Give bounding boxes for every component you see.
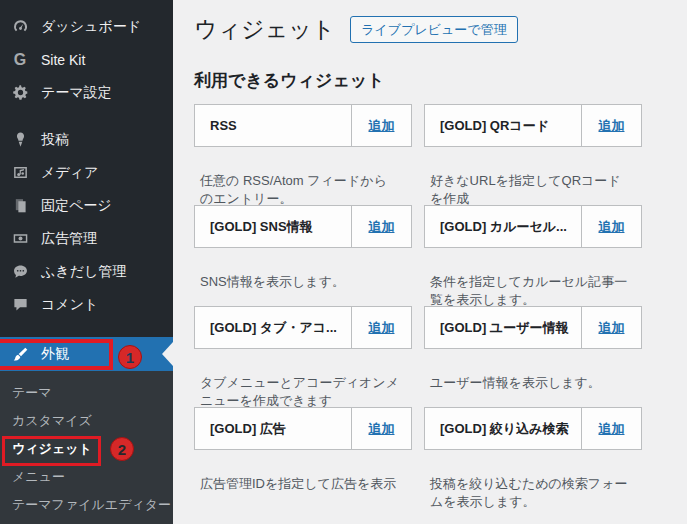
sidebar-item-label: 広告管理 [41,230,97,248]
widget-description: 広告管理IDを指定して広告を表示 [194,463,412,493]
widget-header[interactable]: [GOLD] 広告 追加 [194,407,412,450]
widget-title: [GOLD] 広告 [195,408,351,449]
widget-title: [GOLD] タブ・アコ... [195,307,351,348]
widget-add-cell: 追加 [581,105,641,146]
sidebar-item-dashboard[interactable]: ダッシュボード [0,10,173,43]
media-icon [10,163,30,183]
sidebar-item-label: ふきだし管理 [41,263,126,281]
add-widget-link[interactable]: 追加 [599,218,625,236]
submenu-item-customize[interactable]: カスタマイズ [0,407,173,435]
sidebar-item-pages[interactable]: 固定ページ [0,189,173,222]
sidebar-item-label: ダッシュボード [41,18,141,36]
sidebar-item-appearance[interactable]: 外観 [0,337,173,371]
widget-title: [GOLD] SNS情報 [195,206,351,247]
widget-add-cell: 追加 [581,307,641,348]
widget-card-qr-code: [GOLD] QRコード 追加 好きなURLを指定してQRコードを作成 [424,104,642,205]
widget-description: 投稿を絞り込むための検索フォームを表示します。 [424,463,642,511]
add-widget-link[interactable]: 追加 [369,319,395,337]
sidebar-item-label: テーマ設定 [41,84,112,102]
page-title: ウィジェット [194,15,335,44]
main-content: ウィジェット ライブプレビューで管理 利用できるウィジェット RSS 追加 任意… [173,0,687,524]
add-widget-link[interactable]: 追加 [599,319,625,337]
widget-add-cell: 追加 [581,408,641,449]
sidebar-item-ad-management[interactable]: 広告管理 [0,222,173,255]
sidebar-item-label: コメント [41,296,98,314]
sidebar-item-theme-settings[interactable]: テーマ設定 [0,76,173,109]
sidebar-item-label: 外観 [41,345,69,363]
widget-title: [GOLD] QRコード [425,105,581,146]
widget-header[interactable]: [GOLD] SNS情報 追加 [194,205,412,248]
add-widget-link[interactable]: 追加 [369,117,395,135]
widget-add-cell: 追加 [351,307,411,348]
widget-description: 条件を指定してカルーセル記事一覧を表示します。 [424,261,642,309]
submenu-item-widgets[interactable]: ウィジェット [0,435,173,463]
sidebar-item-comments[interactable]: コメント [0,288,173,321]
paintbrush-icon [10,344,30,364]
widget-card-filtered-search: [GOLD] 絞り込み検索 追加 投稿を絞り込むための検索フォームを表示します。 [424,407,642,508]
submenu-item-themes[interactable]: テーマ [0,379,173,407]
widget-description: タブメニューとアコーディオンメニューを作成できます [194,362,412,410]
submenu-item-label: カスタマイズ [12,412,92,430]
live-preview-button[interactable]: ライブプレビューで管理 [350,16,517,43]
widget-card-carousel: [GOLD] カルーセル... 追加 条件を指定してカルーセル記事一覧を表示しま… [424,205,642,306]
widget-title: RSS [195,105,351,146]
widget-description: SNS情報を表示します。 [194,261,412,291]
add-widget-link[interactable]: 追加 [369,420,395,438]
submenu-item-label: テーマファイルエディター [12,496,171,514]
submenu-item-theme-file-editor[interactable]: テーマファイルエディター [0,491,173,519]
widget-card-user-info: [GOLD] ユーザー情報 追加 ユーザー情報を表示します。 [424,306,642,407]
add-widget-link[interactable]: 追加 [369,218,395,236]
widget-description: 好きなURLを指定してQRコードを作成 [424,160,642,208]
pushpin-icon [10,130,30,150]
dashboard-icon [10,17,30,37]
sidebar-item-site-kit[interactable]: G Site Kit [0,43,173,76]
submenu-item-label: ウィジェット [12,440,92,458]
widget-header[interactable]: [GOLD] カルーセル... 追加 [424,205,642,248]
widget-header[interactable]: RSS 追加 [194,104,412,147]
submenu-item-label: メニュー [12,468,65,486]
add-widget-link[interactable]: 追加 [599,420,625,438]
comment-icon [10,295,30,315]
submenu-item-menus[interactable]: メニュー [0,463,173,491]
widget-add-cell: 追加 [351,206,411,247]
sidebar-item-speech-bubble[interactable]: ふきだし管理 [0,255,173,288]
widget-title: [GOLD] ユーザー情報 [425,307,581,348]
widget-description: 任意の RSS/Atom フィードからのエントリー。 [194,160,412,208]
ad-screen-icon [10,229,30,249]
widget-card-tab-accordion: [GOLD] タブ・アコ... 追加 タブメニューとアコーディオンメニューを作成… [194,306,412,407]
widget-card-sns-info: [GOLD] SNS情報 追加 SNS情報を表示します。 [194,205,412,306]
widget-card-ad: [GOLD] 広告 追加 広告管理IDを指定して広告を表示 [194,407,412,508]
speech-bubble-dots-icon [10,262,30,282]
site-kit-icon: G [10,50,30,70]
widget-add-cell: 追加 [351,105,411,146]
sidebar-item-label: メディア [41,164,98,182]
sidebar-item-label: Site Kit [41,52,85,68]
widget-card-rss: RSS 追加 任意の RSS/Atom フィードからのエントリー。 [194,104,412,205]
widget-header[interactable]: [GOLD] QRコード 追加 [424,104,642,147]
appearance-submenu: テーマ カスタマイズ ウィジェット メニュー テーマファイルエディター [0,371,173,524]
widget-title: [GOLD] 絞り込み検索 [425,408,581,449]
widget-header[interactable]: [GOLD] ユーザー情報 追加 [424,306,642,349]
sidebar-item-posts[interactable]: 投稿 [0,123,173,156]
widget-add-cell: 追加 [351,408,411,449]
widget-header[interactable]: [GOLD] 絞り込み検索 追加 [424,407,642,450]
sidebar-item-label: 投稿 [41,131,69,149]
widget-description: ユーザー情報を表示します。 [424,362,642,392]
sidebar-item-media[interactable]: メディア [0,156,173,189]
pages-icon [10,196,30,216]
widget-add-cell: 追加 [581,206,641,247]
gear-icon [10,83,30,103]
available-widgets-heading: 利用できるウィジェット [194,70,687,91]
widget-title: [GOLD] カルーセル... [425,206,581,247]
sidebar-item-label: 固定ページ [41,197,112,215]
widget-header[interactable]: [GOLD] タブ・アコ... 追加 [194,306,412,349]
submenu-item-label: テーマ [12,384,52,402]
available-widgets-grid: RSS 追加 任意の RSS/Atom フィードからのエントリー。 [GOLD]… [194,104,687,508]
add-widget-link[interactable]: 追加 [599,117,625,135]
admin-sidebar: ダッシュボード G Site Kit テーマ設定 投稿 メディア [0,0,173,524]
